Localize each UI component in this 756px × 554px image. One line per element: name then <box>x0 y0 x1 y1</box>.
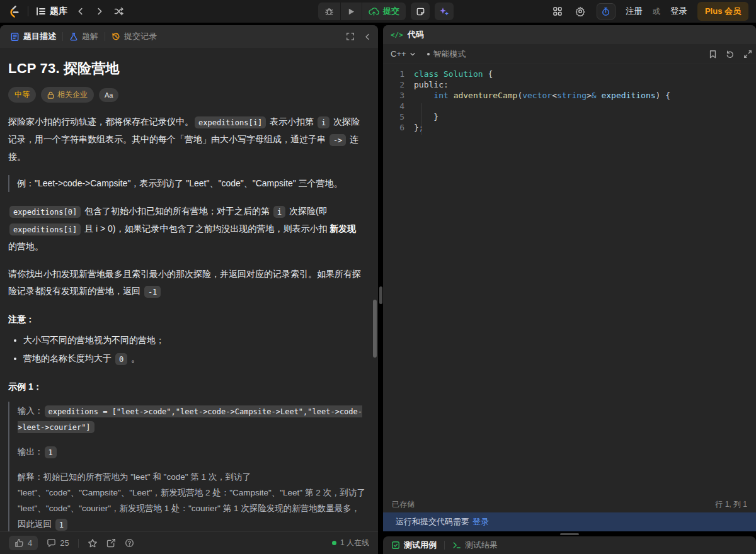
gear-icon <box>575 6 585 16</box>
bookmark-icon[interactable] <box>709 50 717 59</box>
workspace: 题目描述 题解 提交记录 <box>0 25 756 554</box>
bug-icon <box>324 7 334 16</box>
divider <box>78 539 79 548</box>
plus-membership-button[interactable]: Plus 会员 <box>697 2 748 21</box>
problem-list-label: 题库 <box>50 6 67 17</box>
login-link[interactable]: 登录 <box>670 6 687 17</box>
document-icon <box>10 32 20 42</box>
top-navbar: 题库 <box>0 0 756 23</box>
thumbs-up-icon <box>14 538 24 548</box>
online-status: 1 人在线 <box>332 538 369 548</box>
cloud-upload-icon <box>369 7 379 16</box>
divider <box>105 32 105 41</box>
history-icon <box>112 32 120 41</box>
tab-description[interactable]: 题目描述 <box>6 31 60 42</box>
note-title: 注意： <box>8 314 367 325</box>
example-explanation: 解释：初始已知的所有营地为 "leet" 和 "code" 第 1 次，到访了 … <box>18 469 367 531</box>
tab-submissions[interactable]: 提交记录 <box>108 31 161 42</box>
help-button[interactable] <box>125 538 134 548</box>
like-button[interactable]: 4 <box>9 536 38 550</box>
problem-list-icon <box>36 6 46 16</box>
tab-test-result-label: 测试结果 <box>465 540 498 551</box>
code-icon: </> <box>391 31 403 39</box>
submit-label: 提交 <box>383 6 399 17</box>
like-count: 4 <box>28 538 32 548</box>
indent-guide <box>421 103 421 135</box>
note-list: 大小写不同的营地视为不同的营地； 营地的名称长度均大于 0 。 <box>8 332 367 368</box>
example-input: 输入：expeditions = ["leet->code","leet->co… <box>18 403 367 434</box>
smart-mode-toggle[interactable]: 智能模式 <box>427 48 466 60</box>
star-icon <box>88 538 98 548</box>
or-label: 或 <box>653 6 660 17</box>
expand-editor-icon[interactable] <box>743 50 752 59</box>
code-editor[interactable]: 1class Solution { 2public: 3 int adventu… <box>383 64 756 496</box>
code-panel-title: 代码 <box>408 29 424 40</box>
leetcode-logo[interactable] <box>6 4 20 19</box>
note-item: 营地的名称长度均大于 0 。 <box>23 350 367 368</box>
next-problem-button[interactable] <box>94 6 105 17</box>
comment-icon <box>47 538 56 548</box>
code-line: 1class Solution { <box>383 69 756 79</box>
tab-solutions[interactable]: 题解 <box>66 31 102 42</box>
ai-assistant-button[interactable] <box>435 3 454 20</box>
tab-testcase[interactable]: 测试用例 <box>391 540 437 551</box>
paragraph: 请你找出小扣发现新营地最多且索引最小的那次探险，并返回对应的记录索引。如果所有探… <box>8 266 367 300</box>
translate-badge[interactable]: Aa <box>99 88 118 102</box>
tag-row: 中等 相关企业 Aa <box>8 87 367 103</box>
language-select[interactable]: C++ <box>391 49 416 59</box>
console-panel: 测试用例 测试结果 <box>383 536 756 554</box>
favorite-button[interactable] <box>88 538 98 548</box>
fullscreen-icon[interactable] <box>346 32 355 41</box>
notes-button[interactable] <box>411 3 430 20</box>
panel-resizer-horizontal[interactable] <box>383 531 756 536</box>
terminal-icon <box>452 541 461 550</box>
checkbox-icon <box>391 541 400 550</box>
code-line: 5 } <box>383 111 756 122</box>
tab-test-result[interactable]: 测试结果 <box>452 540 498 551</box>
tab-submissions-label: 提交记录 <box>124 31 157 42</box>
sparkle-icon <box>439 6 449 16</box>
saved-status: 已存储 <box>392 499 415 510</box>
mode-dot-icon <box>427 53 430 55</box>
related-companies-label: 相关企业 <box>57 89 88 100</box>
divider <box>444 541 445 550</box>
tab-testcase-label: 测试用例 <box>404 540 437 551</box>
example-output: 输出：1 <box>18 444 367 460</box>
divider <box>62 32 63 41</box>
flask-icon <box>69 32 78 41</box>
timer-button[interactable] <box>597 3 616 20</box>
description-panel: 题目描述 题解 提交记录 <box>0 25 378 554</box>
collapse-panel-icon[interactable] <box>364 33 372 41</box>
online-count: 1 人在线 <box>340 538 369 548</box>
settings-button[interactable] <box>574 5 587 18</box>
panel-resizer-vertical[interactable] <box>378 25 383 554</box>
stopwatch-icon <box>601 7 610 16</box>
apps-grid-button[interactable] <box>551 5 564 18</box>
code-panel: </> 代码 C++ 智能模式 <box>383 25 756 531</box>
related-companies-badge[interactable]: 相关企业 <box>41 87 94 103</box>
random-problem-button[interactable] <box>113 5 125 18</box>
online-dot-icon <box>332 541 336 545</box>
run-button[interactable] <box>340 3 362 20</box>
prev-problem-button[interactable] <box>75 6 86 17</box>
problem-list-nav[interactable]: 题库 <box>36 6 67 17</box>
code-panel-header: </> 代码 <box>383 25 756 44</box>
grid-icon <box>553 6 563 16</box>
console-header: 测试用例 测试结果 <box>383 536 756 554</box>
code-line: 2public: <box>383 79 756 90</box>
submit-button[interactable]: 提交 <box>362 3 406 20</box>
reset-code-icon[interactable] <box>726 50 735 59</box>
register-link[interactable]: 注册 <box>626 6 643 17</box>
debug-button[interactable] <box>318 3 340 20</box>
problem-content: LCP 73. 探险营地 中等 相关企业 Aa 探险家小扣的行动轨迹，都将保存在… <box>0 48 378 531</box>
comments-button[interactable]: 25 <box>47 538 69 548</box>
login-required-banner: 运行和提交代码需要 登录 <box>383 512 756 531</box>
code-line: 3 int adventureCamp(vector<string>& expe… <box>383 90 756 101</box>
lock-icon <box>47 91 54 99</box>
share-button[interactable] <box>106 538 116 548</box>
chevron-down-icon <box>410 51 416 57</box>
login-banner-link[interactable]: 登录 <box>472 516 489 528</box>
difficulty-badge[interactable]: 中等 <box>8 87 36 103</box>
scrollbar-thumb[interactable] <box>373 300 377 358</box>
note-icon <box>416 7 425 16</box>
